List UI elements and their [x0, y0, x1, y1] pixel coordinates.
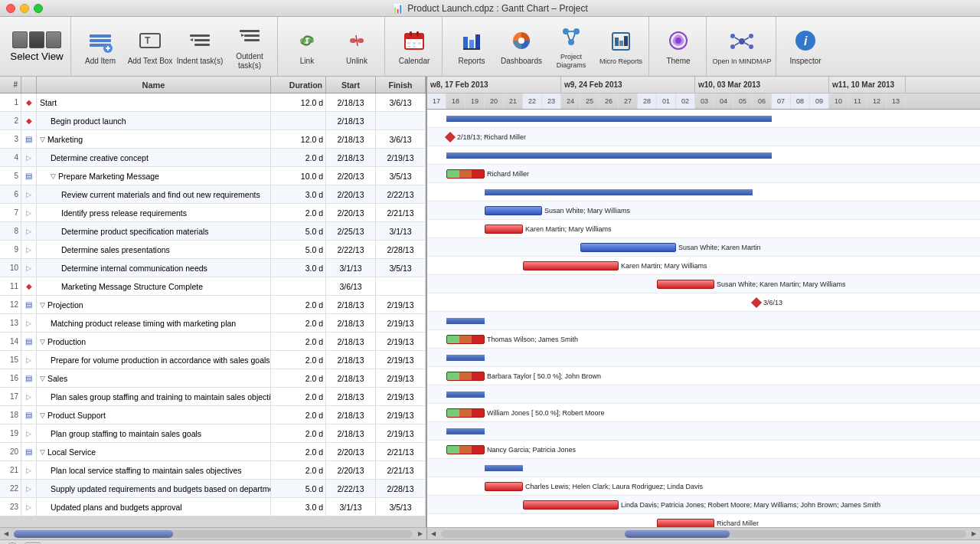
table-row[interactable]: 23 ▷ Updated plans and budgets approval … [0, 498, 426, 516]
add-text-box-icon: T [136, 27, 164, 54]
row-num: 22 [0, 480, 21, 497]
row-finish: 2/19/13 [376, 149, 426, 166]
select-view-button[interactable]: Select View [6, 22, 67, 71]
toolbar-group-inspector: i Inspector [778, 17, 833, 76]
add-text-box-button[interactable]: T Add Text Box [126, 22, 175, 71]
table-row[interactable]: 19 ▷ Plan group staffing to maintain sal… [0, 424, 426, 443]
table-row[interactable]: 13 ▷ Matching product release timing wit… [0, 314, 426, 333]
micro-reports-button[interactable]: Micro Reports [596, 22, 645, 71]
gantt-bar-label: Susan White; Karen Martin [678, 244, 761, 251]
row-num: 13 [0, 314, 21, 332]
row-name: ▽ Projection [37, 296, 271, 313]
gantt-bar-label: Karen Martin; Mary Williams [621, 262, 707, 270]
row-num: 19 [0, 424, 21, 442]
svg-line-41 [573, 34, 575, 40]
svg-rect-31 [463, 37, 468, 49]
gantt-day-cell: 21 [504, 93, 523, 109]
table-row[interactable]: 5 ▤ ▽ Prepare Marketing Message 10.0 d 2… [0, 167, 426, 185]
chart-scroll-right[interactable]: ▶ [968, 528, 980, 540]
table-row[interactable]: 9 ▷ Determine sales presentations 5.0 d … [0, 241, 426, 259]
table-row[interactable]: 3 ▤ ▽ Marketing 12.0 d 2/18/13 3/6/13 [0, 130, 426, 149]
gantt-milestone [445, 131, 456, 142]
table-row[interactable]: 1 ◆ Start 12.0 d 2/18/13 3/6/13 [0, 93, 426, 112]
gantt-day-cell: 25 [580, 93, 599, 109]
calendar-button[interactable]: Calendar [390, 22, 439, 71]
row-type-icon: ▷ [21, 314, 37, 332]
table-row[interactable]: 15 ▷ Prepare for volume production in ac… [0, 351, 426, 369]
table-row[interactable]: 18 ▤ ▽ Product Support 2.0 d 2/18/13 2/1… [0, 406, 426, 424]
maximize-button[interactable] [34, 4, 43, 13]
table-row[interactable]: 2 ◆ Begin product launch 2/18/13 [0, 112, 426, 130]
table-row[interactable]: 17 ▷ Plan sales group staffing and train… [0, 388, 426, 406]
row-name: Determine internal communication needs [37, 259, 271, 277]
table-row[interactable]: 14 ▤ ▽ Production 2.0 d 2/18/13 2/19/13 [0, 333, 426, 351]
chart-scroll-left[interactable]: ◀ [427, 528, 439, 540]
row-start: 2/25/13 [326, 222, 376, 240]
chart-scroll-thumb[interactable] [625, 530, 730, 538]
table-scroll-thumb[interactable] [14, 530, 173, 538]
gantt-day-cell: 19 [466, 93, 485, 109]
theme-button[interactable]: Theme [654, 22, 703, 71]
project-diagrams-button[interactable]: Project Diagrams [547, 22, 596, 71]
table-row[interactable]: 11 ◆ Marketing Message Structure Complet… [0, 277, 426, 296]
row-num: 1 [0, 93, 21, 111]
svg-rect-29 [407, 46, 410, 48]
svg-line-54 [735, 43, 739, 45]
minimize-button[interactable] [20, 4, 29, 13]
table-scroll-track[interactable] [14, 530, 413, 538]
svg-rect-25 [416, 31, 419, 36]
table-row[interactable]: 6 ▷ Review current materials and find ou… [0, 185, 426, 204]
gantt-day-cell: 24 [561, 93, 580, 109]
gantt-milestone [751, 297, 762, 307]
gantt-bar-mixed [446, 372, 485, 381]
table-row[interactable]: 12 ▤ ▽ Projection 2.0 d 2/18/13 2/19/13 [0, 296, 426, 314]
row-start: 2/20/13 [326, 185, 376, 203]
svg-point-50 [730, 44, 735, 49]
scroll-left-arrow[interactable]: ◀ [0, 528, 12, 540]
row-duration: 2.0 d [271, 388, 326, 405]
chart-scroll-track[interactable] [441, 530, 966, 538]
toolbar-group-link: Link Unlink [279, 17, 385, 76]
sv-box-3 [46, 31, 61, 48]
indent-tasks-button[interactable]: Indent task(s) [175, 22, 224, 71]
gantt-summary-bar [446, 318, 485, 324]
table-header: # Name Duration Start Finish [0, 77, 426, 93]
add-text-box-label: Add Text Box [128, 57, 173, 66]
outdent-tasks-button[interactable]: Outdent task(s) [225, 22, 274, 71]
add-item-button[interactable]: Add Item [76, 22, 125, 71]
svg-rect-44 [619, 41, 623, 46]
row-name: ▽ Sales [37, 369, 271, 387]
gantt-row: Linda Davis; Patricia Jones; Robert Moor… [427, 496, 980, 514]
row-type-icon: ▷ [21, 461, 37, 479]
reports-button[interactable]: Reports [447, 22, 496, 71]
table-row[interactable]: 22 ▷ Supply updated requirements and bud… [0, 480, 426, 498]
gantt-day-cell: 26 [599, 93, 619, 109]
inspector-button[interactable]: i Inspector [781, 22, 830, 71]
close-button[interactable] [6, 4, 15, 13]
link-button[interactable]: Link [283, 22, 332, 71]
dashboards-button[interactable]: Dashboards [497, 22, 546, 71]
gantt-header: w8, 17 Feb 2013w9, 24 Feb 2013w10, 03 Ma… [427, 77, 980, 110]
gantt-bar-mixed [446, 445, 485, 454]
row-type-icon: ▷ [21, 241, 37, 258]
gantt-week-label: w9, 24 Feb 2013 [561, 77, 695, 93]
table-row[interactable]: 7 ▷ Identify press release requirements … [0, 204, 426, 222]
gantt-day-cell: 07 [772, 93, 791, 109]
micro-reports-label: Micro Reports [599, 57, 642, 66]
gantt-row: Karen Martin; Mary Williams [427, 257, 980, 275]
table-row[interactable]: 8 ▷ Determine product specification mate… [0, 222, 426, 241]
row-type-icon: ▤ [21, 296, 37, 313]
gantt-row: Charles Lewis; Helen Clark; Laura Rodrig… [427, 477, 980, 496]
table-row[interactable]: 20 ▤ ▽ Local Service 2.0 d 2/20/13 2/21/… [0, 443, 426, 461]
micro-reports-icon [607, 28, 635, 55]
row-finish: 2/19/13 [376, 388, 426, 405]
row-duration: 5.0 d [271, 480, 326, 497]
scroll-right-arrow[interactable]: ▶ [414, 528, 426, 540]
open-in-mindmap-button[interactable]: Open In MINDMAP [711, 22, 773, 71]
row-type-icon: ▤ [21, 167, 37, 185]
unlink-button[interactable]: Unlink [332, 22, 381, 71]
table-row[interactable]: 16 ▤ ▽ Sales 2.0 d 2/18/13 2/19/13 [0, 369, 426, 388]
table-row[interactable]: 10 ▷ Determine internal communication ne… [0, 259, 426, 277]
table-row[interactable]: 21 ▷ Plan local service staffing to main… [0, 461, 426, 480]
table-row[interactable]: 4 ▷ Determine creative concept 2.0 d 2/1… [0, 149, 426, 167]
